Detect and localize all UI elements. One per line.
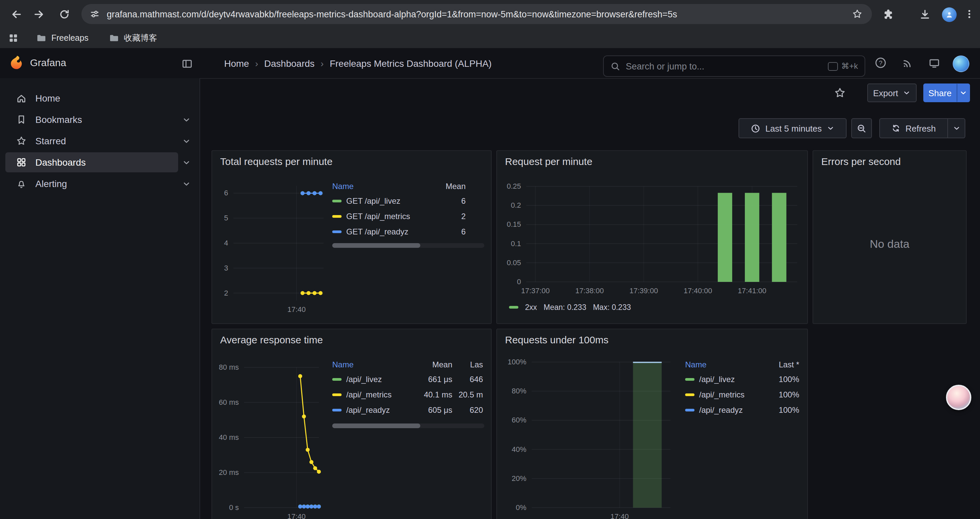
- panel-title[interactable]: Request per minute: [505, 156, 592, 167]
- series-swatch[interactable]: [332, 215, 342, 217]
- extensions-button[interactable]: [880, 6, 896, 22]
- chart-avg-response-time[interactable]: 0 s20 ms40 ms60 ms80 ms17:40: [218, 359, 328, 519]
- panel-title[interactable]: Total requests per minute: [220, 156, 332, 167]
- chart-requests-per-minute[interactable]: 00.050.10.150.20.2517:37:0017:38:0017:39…: [502, 180, 803, 304]
- scrollbar-thumb[interactable]: [332, 423, 420, 428]
- floating-avatar-button[interactable]: [946, 385, 971, 410]
- bookmark-star-button[interactable]: [849, 6, 865, 22]
- legend-column-header[interactable]: Name: [685, 360, 763, 369]
- browser-menu-button[interactable]: [961, 6, 977, 22]
- sidebar-link-bookmarks[interactable]: Bookmarks: [5, 110, 178, 129]
- series-swatch[interactable]: [332, 230, 342, 233]
- refresh-interval-dropdown[interactable]: [948, 118, 965, 138]
- series-name[interactable]: GET /api/_readyz: [346, 227, 408, 236]
- series-swatch[interactable]: [332, 378, 342, 380]
- panel-title[interactable]: Average response time: [220, 334, 323, 345]
- export-button[interactable]: Export: [867, 83, 916, 102]
- series-swatch[interactable]: [332, 393, 342, 396]
- series-name[interactable]: GET /api/_livez: [346, 196, 400, 205]
- chevron-down-icon[interactable]: [178, 154, 194, 170]
- browser-back-button[interactable]: [8, 6, 24, 22]
- browser-reload-button[interactable]: [56, 6, 72, 22]
- news-button[interactable]: [899, 55, 915, 71]
- series-swatch[interactable]: [509, 306, 519, 308]
- legend-column-header[interactable]: Name: [332, 360, 412, 369]
- address-bar[interactable]: grafana.mathmast.com/d/deytv4rwavabkb/fr…: [81, 4, 872, 24]
- legend-header-row: NameMeanLas: [332, 357, 483, 371]
- breadcrumb-dashboards[interactable]: Dashboards: [264, 58, 315, 69]
- home-icon: [16, 93, 27, 104]
- monitor-icon: [928, 57, 940, 69]
- time-range-picker[interactable]: Last 5 minutes: [738, 118, 846, 138]
- breadcrumb-home[interactable]: Home: [224, 58, 249, 69]
- series-name[interactable]: 2xx: [525, 303, 537, 311]
- svg-text:80%: 80%: [512, 387, 527, 395]
- user-avatar[interactable]: [953, 56, 969, 72]
- downloads-button[interactable]: [916, 6, 932, 22]
- dashboards-icon: [16, 157, 27, 168]
- apps-grid-icon[interactable]: [8, 33, 19, 43]
- grafana-home-link[interactable]: Grafana: [9, 55, 66, 70]
- svg-text:20 ms: 20 ms: [219, 468, 239, 477]
- sidebar-item-alerting: Alerting: [5, 174, 194, 194]
- sidebar-link-alerting[interactable]: Alerting: [5, 174, 178, 194]
- legend-column-header[interactable]: Las: [452, 360, 483, 369]
- sidebar-item-label: Home: [35, 93, 60, 104]
- legend-value: 2: [434, 211, 466, 221]
- series-swatch[interactable]: [685, 378, 694, 380]
- refresh-button[interactable]: Refresh: [879, 118, 948, 138]
- bookmark-folder-freeleaps[interactable]: Freeleaps: [31, 31, 94, 45]
- browser-profile-button[interactable]: [941, 7, 957, 23]
- legend-value: 620: [452, 405, 483, 414]
- back-arrow-icon: [10, 8, 22, 20]
- legend-column-header[interactable]: Mean: [412, 360, 452, 369]
- series-name[interactable]: /api/_metrics: [346, 390, 391, 399]
- person-icon: [945, 11, 953, 19]
- series-swatch[interactable]: [332, 409, 342, 411]
- favorite-dashboard-button[interactable]: [832, 85, 848, 101]
- share-button[interactable]: Share: [923, 83, 957, 102]
- series-name[interactable]: /api/_readyz: [346, 405, 390, 414]
- help-button[interactable]: ?: [873, 55, 889, 71]
- chart-total-requests[interactable]: 2345617:40: [218, 178, 328, 318]
- legend-column-header[interactable]: Last *: [763, 360, 799, 369]
- chevron-down-icon[interactable]: [178, 176, 194, 192]
- search-input[interactable]: Search or jump to... ⌘+k: [603, 56, 865, 77]
- legend-value: 100%: [763, 405, 799, 414]
- series-swatch[interactable]: [685, 393, 694, 396]
- series-swatch[interactable]: [332, 200, 342, 202]
- svg-text:?: ?: [879, 59, 883, 67]
- panel-title[interactable]: Errors per second: [821, 156, 900, 167]
- series-name[interactable]: /api/_metrics: [699, 390, 745, 399]
- sidebar-link-home[interactable]: Home: [5, 88, 194, 108]
- browser-forward-button[interactable]: [31, 6, 47, 22]
- site-settings-icon[interactable]: [89, 9, 100, 19]
- series-swatch[interactable]: [685, 409, 694, 411]
- bookmark-folder-blog[interactable]: 收藏博客: [103, 31, 162, 45]
- legend-column-header[interactable]: Name: [332, 181, 434, 191]
- star-icon: [852, 9, 862, 19]
- legend-column-header[interactable]: Mean: [434, 181, 466, 191]
- sidebar-item-dashboards: Dashboards: [5, 152, 194, 172]
- series-name[interactable]: GET /api/_metrics: [346, 211, 410, 221]
- brand-title: Grafana: [30, 57, 66, 68]
- scrollbar-thumb[interactable]: [332, 243, 420, 248]
- legend-row: /api/_metrics40.1 ms20.5 m: [332, 387, 483, 402]
- collapse-sidebar-button[interactable]: [179, 56, 195, 72]
- legend-row: GET /api/_livez6: [332, 193, 466, 208]
- chevron-down-icon: [952, 124, 960, 132]
- chevron-down-icon: [903, 89, 911, 97]
- chevron-down-icon[interactable]: [178, 112, 194, 128]
- svg-text:100%: 100%: [508, 359, 527, 366]
- zoom-out-button[interactable]: [851, 118, 872, 138]
- display-button[interactable]: [926, 55, 942, 71]
- series-name[interactable]: /api/_livez: [699, 374, 735, 384]
- sidebar-link-dashboards[interactable]: Dashboards: [5, 152, 178, 172]
- sidebar-link-starred[interactable]: Starred: [5, 131, 178, 151]
- share-dropdown-button[interactable]: [957, 83, 970, 102]
- chevron-down-icon[interactable]: [178, 133, 194, 149]
- series-name[interactable]: /api/_readyz: [699, 405, 743, 414]
- panel-title[interactable]: Requests under 100ms: [505, 334, 608, 345]
- chart-under-100ms[interactable]: 0%20%40%60%80%100%17:40: [502, 359, 682, 519]
- series-name[interactable]: /api/_livez: [346, 374, 382, 384]
